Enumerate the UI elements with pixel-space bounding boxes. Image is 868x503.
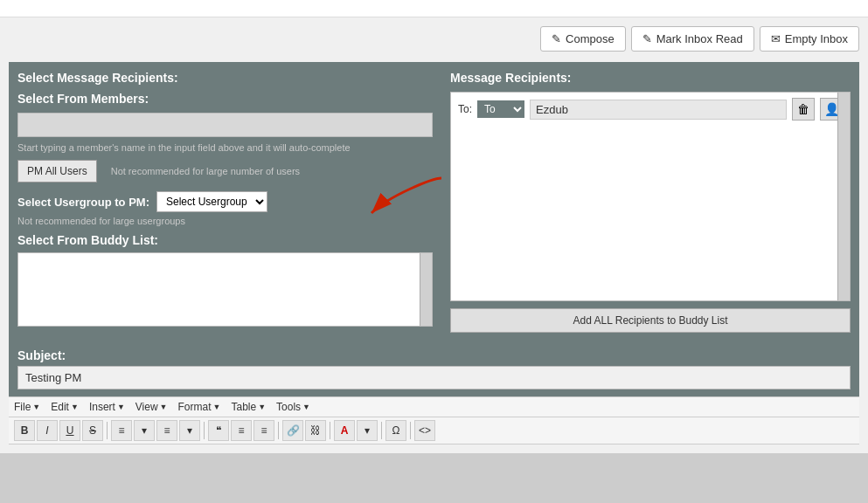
right-panel: Message Recipients: To: To CC BCC 🗑 👤 (441, 62, 859, 341)
blockquote-button[interactable]: ❝ (208, 420, 229, 441)
menu-file-label: File (14, 401, 31, 413)
sep-2 (204, 422, 205, 439)
underline-button[interactable]: U (59, 420, 80, 441)
pm-all-hint: Not recommended for large number of user… (111, 166, 300, 176)
add-all-recipients-button[interactable]: Add ALL Recipients to Buddy List (450, 308, 851, 333)
sep-1 (107, 422, 108, 439)
buddy-list-scrollbar[interactable] (420, 253, 432, 326)
menu-edit-chevron: ▼ (71, 403, 79, 411)
menu-format[interactable]: Format ▼ (178, 401, 221, 413)
autocomplete-hint: Start typing a member's name in the inpu… (17, 142, 433, 153)
select-members-label: Select From Members: (17, 92, 433, 106)
mark-inbox-label: Mark Inbox Read (656, 32, 743, 45)
strikethrough-button[interactable]: S (82, 420, 103, 441)
empty-inbox-label: Empty Inbox (785, 32, 848, 45)
to-type-select[interactable]: To CC BCC (477, 100, 524, 118)
format-toolbar: B I U S ≡ ▾ ≡ ▾ ❝ ≡ ≡ 🔗 ⛓ A ▾ Ω <> (9, 417, 859, 444)
top-bar (0, 0, 868, 17)
menu-tools[interactable]: Tools ▼ (276, 401, 310, 413)
buddy-list-box (17, 252, 433, 327)
recipients-label: Message Recipients: (450, 71, 851, 85)
menu-format-chevron: ▼ (213, 403, 221, 411)
usergroup-select[interactable]: Select Usergroup (156, 191, 267, 212)
subject-input[interactable] (17, 366, 851, 389)
menu-edit[interactable]: Edit ▼ (51, 401, 79, 413)
left-panel: Select Message Recipients: Select From M… (9, 62, 441, 341)
menu-view-label: View (135, 401, 158, 413)
to-label: To: (458, 103, 472, 115)
menu-file-chevron: ▼ (32, 403, 40, 411)
delete-recipient-button[interactable]: 🗑 (792, 98, 815, 121)
sep-3 (278, 422, 279, 439)
sep-4 (330, 422, 330, 439)
bold-button[interactable]: B (14, 420, 35, 441)
buddy-list-label: Select From Buddy List: (17, 233, 433, 247)
compose-button[interactable]: ✎ Compose (540, 26, 626, 52)
ordered-list-button[interactable]: ≡ (156, 420, 177, 441)
menu-format-label: Format (178, 401, 212, 413)
italic-button[interactable]: I (37, 420, 58, 441)
empty-inbox-button[interactable]: ✉ Empty Inbox (760, 26, 859, 52)
sep-5 (381, 422, 382, 439)
trash-icon: 🗑 (797, 102, 809, 116)
menu-file[interactable]: File ▼ (14, 401, 40, 413)
unlink-button[interactable]: ⛓ (305, 420, 326, 441)
compose-label: Compose (566, 32, 615, 45)
main-container: ✎ Compose ✎ Mark Inbox Read ✉ Empty Inbo… (0, 17, 868, 453)
source-code-button[interactable]: <> (414, 420, 435, 441)
unordered-list-options[interactable]: ▾ (134, 420, 155, 441)
mark-icon: ✎ (642, 32, 652, 45)
menu-tools-label: Tools (276, 401, 301, 413)
menu-insert-label: Insert (89, 401, 115, 413)
sep-6 (410, 422, 411, 439)
align-center-button[interactable]: ≡ (253, 420, 274, 441)
arrow-indicator (363, 169, 450, 222)
font-color-options[interactable]: ▾ (357, 420, 378, 441)
menu-view[interactable]: View ▼ (135, 401, 168, 413)
menu-edit-label: Edit (51, 401, 69, 413)
recipient-row: To: To CC BCC 🗑 👤 (451, 93, 850, 126)
members-search-input[interactable] (17, 113, 433, 137)
select-recipients-label: Select Message Recipients: (17, 71, 433, 85)
insert-link-button[interactable]: 🔗 (282, 420, 303, 441)
menu-table-chevron: ▼ (258, 403, 266, 411)
menu-tools-chevron: ▼ (302, 403, 310, 411)
menu-insert[interactable]: Insert ▼ (89, 401, 125, 413)
user-icon: 👤 (824, 102, 839, 116)
recipients-scrollbar[interactable] (837, 93, 850, 300)
special-chars-button[interactable]: Ω (385, 420, 406, 441)
usergroup-row: Select Usergroup to PM: Select Usergroup (17, 191, 433, 212)
ordered-list-options[interactable]: ▾ (179, 420, 200, 441)
subject-label: Subject: (17, 348, 851, 362)
menu-view-chevron: ▼ (160, 403, 168, 411)
subject-area: Subject: (9, 341, 859, 396)
content-area: Select Message Recipients: Select From M… (9, 62, 859, 341)
recipients-box: To: To CC BCC 🗑 👤 (450, 92, 851, 301)
menu-insert-chevron: ▼ (117, 403, 125, 411)
usergroup-label: Select Usergroup to PM: (17, 196, 149, 209)
editor-menu-toolbar: File ▼ Edit ▼ Insert ▼ View ▼ Format ▼ T… (9, 396, 859, 417)
compose-icon: ✎ (552, 32, 561, 45)
menu-table-label: Table (231, 401, 256, 413)
mark-inbox-button[interactable]: ✎ Mark Inbox Read (631, 26, 754, 52)
font-color-button[interactable]: A (334, 420, 355, 441)
unordered-list-button[interactable]: ≡ (111, 420, 132, 441)
recipient-name-input[interactable] (530, 100, 787, 120)
empty-icon: ✉ (771, 32, 781, 45)
pm-all-button[interactable]: PM All Users (17, 160, 97, 183)
align-left-button[interactable]: ≡ (231, 420, 252, 441)
toolbar-row: ✎ Compose ✎ Mark Inbox Read ✉ Empty Inbo… (9, 26, 859, 52)
menu-table[interactable]: Table ▼ (231, 401, 266, 413)
